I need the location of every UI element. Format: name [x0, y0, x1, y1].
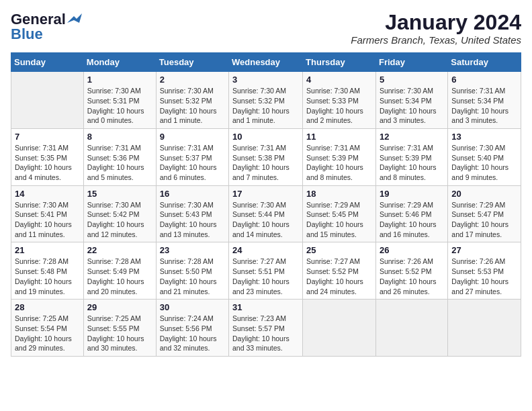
day-number: 4 [306, 75, 372, 85]
day-number: 12 [380, 132, 444, 142]
location: Farmers Branch, Texas, United States [351, 34, 521, 46]
day-info: Sunrise: 7:27 AMSunset: 5:51 PMDaylight:… [232, 257, 299, 296]
day-number: 31 [232, 302, 299, 312]
day-number: 2 [160, 75, 225, 85]
header-monday: Monday [83, 53, 156, 72]
calendar-cell [11, 72, 84, 129]
day-number: 11 [306, 132, 372, 142]
day-info: Sunrise: 7:31 AMSunset: 5:34 PMDaylight:… [451, 86, 517, 126]
calendar-cell: 23Sunrise: 7:28 AMSunset: 5:50 PMDayligh… [156, 242, 228, 300]
day-number: 16 [160, 189, 225, 199]
calendar-cell: 13Sunrise: 7:30 AMSunset: 5:40 PMDayligh… [448, 128, 521, 185]
day-info: Sunrise: 7:31 AMSunset: 5:38 PMDaylight:… [232, 143, 299, 183]
header-thursday: Thursday [303, 53, 376, 72]
calendar-cell: 15Sunrise: 7:30 AMSunset: 5:42 PMDayligh… [83, 185, 156, 242]
day-number: 5 [380, 75, 444, 85]
day-number: 18 [306, 189, 372, 199]
header-friday: Friday [375, 53, 447, 72]
header-row: SundayMondayTuesdayWednesdayThursdayFrid… [11, 53, 521, 72]
day-info: Sunrise: 7:27 AMSunset: 5:52 PMDaylight:… [306, 257, 372, 296]
header-saturday: Saturday [448, 53, 521, 72]
day-number: 26 [380, 245, 444, 255]
calendar-cell: 27Sunrise: 7:26 AMSunset: 5:53 PMDayligh… [448, 242, 521, 300]
calendar-cell: 7Sunrise: 7:31 AMSunset: 5:35 PMDaylight… [11, 128, 84, 185]
day-number: 17 [232, 189, 299, 199]
day-info: Sunrise: 7:30 AMSunset: 5:44 PMDaylight:… [232, 200, 299, 240]
day-info: Sunrise: 7:28 AMSunset: 5:48 PMDaylight:… [15, 257, 80, 296]
calendar-cell: 18Sunrise: 7:29 AMSunset: 5:45 PMDayligh… [303, 185, 376, 242]
day-number: 25 [306, 245, 372, 255]
day-info: Sunrise: 7:28 AMSunset: 5:50 PMDaylight:… [160, 257, 225, 296]
logo: General Blue [11, 11, 82, 43]
header-wednesday: Wednesday [229, 53, 303, 72]
day-info: Sunrise: 7:23 AMSunset: 5:57 PMDaylight:… [232, 314, 299, 353]
logo-blue: Blue [11, 26, 43, 43]
header-sunday: Sunday [11, 53, 84, 72]
day-info: Sunrise: 7:30 AMSunset: 5:34 PMDaylight:… [380, 86, 444, 126]
day-info: Sunrise: 7:30 AMSunset: 5:42 PMDaylight:… [87, 200, 152, 240]
calendar-cell: 21Sunrise: 7:28 AMSunset: 5:48 PMDayligh… [11, 242, 84, 300]
day-info: Sunrise: 7:29 AMSunset: 5:47 PMDaylight:… [451, 200, 517, 240]
calendar-cell: 26Sunrise: 7:26 AMSunset: 5:52 PMDayligh… [375, 242, 447, 300]
day-info: Sunrise: 7:30 AMSunset: 5:32 PMDaylight:… [232, 86, 299, 126]
day-info: Sunrise: 7:25 AMSunset: 5:55 PMDaylight:… [87, 314, 152, 353]
day-number: 29 [87, 302, 152, 312]
day-number: 21 [15, 245, 80, 255]
day-info: Sunrise: 7:30 AMSunset: 5:32 PMDaylight:… [160, 86, 225, 126]
day-number: 28 [15, 302, 80, 312]
day-info: Sunrise: 7:30 AMSunset: 5:41 PMDaylight:… [15, 200, 80, 240]
day-number: 24 [232, 245, 299, 255]
title-block: January 2024 Farmers Branch, Texas, Unit… [351, 11, 521, 46]
week-row-5: 28Sunrise: 7:25 AMSunset: 5:54 PMDayligh… [11, 300, 521, 357]
calendar-cell: 8Sunrise: 7:31 AMSunset: 5:36 PMDaylight… [83, 128, 156, 185]
day-number: 14 [15, 189, 80, 199]
month-title: January 2024 [351, 11, 521, 34]
calendar-cell [303, 300, 376, 357]
calendar-cell: 20Sunrise: 7:29 AMSunset: 5:47 PMDayligh… [448, 185, 521, 242]
calendar-cell: 6Sunrise: 7:31 AMSunset: 5:34 PMDaylight… [448, 72, 521, 129]
day-info: Sunrise: 7:30 AMSunset: 5:33 PMDaylight:… [306, 86, 372, 126]
calendar-cell: 9Sunrise: 7:31 AMSunset: 5:37 PMDaylight… [156, 128, 228, 185]
day-info: Sunrise: 7:29 AMSunset: 5:45 PMDaylight:… [306, 200, 372, 240]
day-number: 30 [160, 302, 225, 312]
calendar-cell: 4Sunrise: 7:30 AMSunset: 5:33 PMDaylight… [303, 72, 376, 129]
day-info: Sunrise: 7:31 AMSunset: 5:39 PMDaylight:… [306, 143, 372, 183]
day-number: 1 [87, 75, 152, 85]
calendar-cell: 24Sunrise: 7:27 AMSunset: 5:51 PMDayligh… [229, 242, 303, 300]
day-number: 15 [87, 189, 152, 199]
calendar-cell: 30Sunrise: 7:24 AMSunset: 5:56 PMDayligh… [156, 300, 228, 357]
day-number: 22 [87, 245, 152, 255]
calendar-cell: 1Sunrise: 7:30 AMSunset: 5:31 PMDaylight… [83, 72, 156, 129]
week-row-2: 7Sunrise: 7:31 AMSunset: 5:35 PMDaylight… [11, 128, 521, 185]
week-row-3: 14Sunrise: 7:30 AMSunset: 5:41 PMDayligh… [11, 185, 521, 242]
day-info: Sunrise: 7:26 AMSunset: 5:52 PMDaylight:… [380, 257, 444, 296]
day-info: Sunrise: 7:30 AMSunset: 5:43 PMDaylight:… [160, 200, 225, 240]
page-header: General Blue January 2024 Farmers Branch… [11, 11, 521, 46]
calendar-cell: 11Sunrise: 7:31 AMSunset: 5:39 PMDayligh… [303, 128, 376, 185]
calendar-cell: 31Sunrise: 7:23 AMSunset: 5:57 PMDayligh… [229, 300, 303, 357]
week-row-4: 21Sunrise: 7:28 AMSunset: 5:48 PMDayligh… [11, 242, 521, 300]
day-info: Sunrise: 7:30 AMSunset: 5:40 PMDaylight:… [451, 143, 517, 183]
day-info: Sunrise: 7:31 AMSunset: 5:36 PMDaylight:… [87, 143, 152, 183]
calendar-cell [448, 300, 521, 357]
calendar-cell: 5Sunrise: 7:30 AMSunset: 5:34 PMDaylight… [375, 72, 447, 129]
day-info: Sunrise: 7:30 AMSunset: 5:31 PMDaylight:… [87, 86, 152, 126]
week-row-1: 1Sunrise: 7:30 AMSunset: 5:31 PMDaylight… [11, 72, 521, 129]
calendar-cell: 19Sunrise: 7:29 AMSunset: 5:46 PMDayligh… [375, 185, 447, 242]
calendar-cell: 10Sunrise: 7:31 AMSunset: 5:38 PMDayligh… [229, 128, 303, 185]
day-number: 9 [160, 132, 225, 142]
day-number: 20 [451, 189, 517, 199]
calendar-cell: 29Sunrise: 7:25 AMSunset: 5:55 PMDayligh… [83, 300, 156, 357]
calendar-cell: 17Sunrise: 7:30 AMSunset: 5:44 PMDayligh… [229, 185, 303, 242]
calendar-table: SundayMondayTuesdayWednesdayThursdayFrid… [11, 52, 521, 357]
day-number: 8 [87, 132, 152, 142]
day-info: Sunrise: 7:28 AMSunset: 5:49 PMDaylight:… [87, 257, 152, 296]
day-number: 27 [451, 245, 517, 255]
calendar-cell: 28Sunrise: 7:25 AMSunset: 5:54 PMDayligh… [11, 300, 84, 357]
day-info: Sunrise: 7:31 AMSunset: 5:37 PMDaylight:… [160, 143, 225, 183]
day-number: 6 [451, 75, 517, 85]
day-number: 3 [232, 75, 299, 85]
calendar-cell: 16Sunrise: 7:30 AMSunset: 5:43 PMDayligh… [156, 185, 228, 242]
calendar-cell: 22Sunrise: 7:28 AMSunset: 5:49 PMDayligh… [83, 242, 156, 300]
logo-bird-icon [67, 13, 82, 26]
